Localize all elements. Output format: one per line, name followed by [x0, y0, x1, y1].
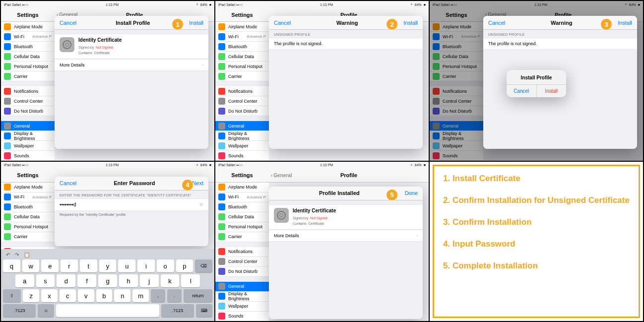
sidebar-item-do-not-disturb[interactable]: Do Not Disturb: [215, 267, 269, 277]
sidebar-item-carrier[interactable]: Carrier: [1, 232, 55, 242]
install-button[interactable]: Install: [403, 20, 418, 26]
key-p[interactable]: p: [176, 259, 193, 272]
sidebar-item-wallpaper[interactable]: Wallpaper: [215, 302, 269, 312]
key-h[interactable]: h: [119, 274, 138, 287]
key-g[interactable]: g: [98, 274, 117, 287]
key-c[interactable]: c: [60, 289, 76, 302]
sidebar-item-wi-fi[interactable]: Wi-FiAdvance P: [430, 32, 483, 42]
sidebar-item-bluetooth[interactable]: Bluetooth: [1, 42, 55, 52]
sidebar-item-carrier[interactable]: Carrier: [215, 71, 269, 81]
sidebar-item-wi-fi[interactable]: Wi-FiAdvance P: [1, 193, 55, 202]
key-s[interactable]: s: [36, 274, 55, 287]
sidebar-item-wi-fi[interactable]: Wi-FiAdvance P: [215, 193, 269, 202]
key-b[interactable]: b: [96, 289, 113, 302]
sidebar-item-personal-hotspot[interactable]: Personal Hotspot: [1, 62, 55, 71]
sidebar-item-bluetooth[interactable]: Bluetooth: [1, 202, 55, 212]
sidebar-item-control-center[interactable]: Control Center: [215, 96, 269, 106]
sidebar-item-airplane-mode[interactable]: Airplane Mode: [215, 183, 269, 193]
sidebar-item-sounds[interactable]: Sounds: [215, 312, 269, 322]
redo-icon[interactable]: ↷: [15, 252, 19, 258]
alert-cancel-button[interactable]: Cancel: [507, 85, 537, 97]
key-j[interactable]: j: [140, 274, 159, 287]
key-w[interactable]: w: [22, 259, 40, 272]
alert-install-button[interactable]: Install: [537, 85, 567, 97]
sidebar-item-wallpaper[interactable]: Wallpaper: [215, 141, 269, 151]
key-n[interactable]: n: [114, 289, 130, 302]
sidebar-item-do-not-disturb[interactable]: Do Not Disturb: [1, 106, 55, 116]
sidebar-item-airplane-mode[interactable]: Airplane Mode: [1, 183, 55, 193]
sidebar-item-general[interactable]: General: [215, 121, 269, 131]
key-q[interactable]: q: [3, 259, 20, 272]
sidebar-item-bluetooth[interactable]: Bluetooth: [430, 42, 483, 52]
sidebar-item-general[interactable]: General: [215, 282, 269, 292]
key-k[interactable]: k: [161, 274, 180, 287]
key-i[interactable]: i: [137, 259, 155, 272]
sidebar-item-display-brightness[interactable]: Display & Brightness: [215, 131, 269, 141]
clear-icon[interactable]: ⊗: [199, 202, 203, 207]
sidebar-item-airplane-mode[interactable]: Airplane Mode: [215, 22, 269, 32]
key-x[interactable]: x: [41, 289, 58, 302]
numbers-key[interactable]: .?123: [3, 304, 36, 317]
sidebar-item-notifications[interactable]: Notifications: [1, 86, 55, 96]
paste-icon[interactable]: 📋: [24, 252, 30, 258]
sidebar-item-cellular-data[interactable]: Cellular Data: [1, 212, 55, 222]
sidebar-item-display-brightness[interactable]: Display & Brightness: [1, 131, 55, 141]
sidebar-item-display-brightness[interactable]: Display & Brightness: [215, 292, 269, 302]
space-key[interactable]: [56, 304, 159, 317]
sidebar-item-personal-hotspot[interactable]: Personal Hotspot: [1, 222, 55, 232]
sidebar-item-carrier[interactable]: Carrier: [215, 232, 269, 242]
key-r[interactable]: r: [61, 259, 78, 272]
backspace-key[interactable]: ⌫: [195, 259, 212, 272]
sidebar-item-wi-fi[interactable]: Wi-FiAdvance P: [215, 32, 269, 42]
sidebar-item-notifications[interactable]: Notifications: [430, 86, 483, 96]
next-button[interactable]: Next: [192, 180, 203, 186]
sidebar-item-sounds[interactable]: Sounds: [215, 151, 269, 161]
sidebar-item-notifications[interactable]: Notifications: [215, 86, 269, 96]
sidebar-item-carrier[interactable]: Carrier: [1, 71, 55, 81]
key-u[interactable]: u: [118, 259, 135, 272]
key-o[interactable]: o: [157, 259, 174, 272]
sidebar-item-control-center[interactable]: Control Center: [430, 96, 483, 106]
undo-icon[interactable]: ↶: [6, 252, 10, 258]
sidebar-item-cellular-data[interactable]: Cellular Data: [215, 212, 269, 222]
cancel-button[interactable]: Cancel: [60, 20, 76, 26]
sidebar-item-cellular-data[interactable]: Cellular Data: [430, 52, 483, 62]
more-details-row[interactable]: More Details›: [269, 230, 423, 242]
emoji-key[interactable]: ☺: [38, 304, 54, 317]
sidebar-item-bluetooth[interactable]: Bluetooth: [215, 42, 269, 52]
sidebar-item-display-brightness[interactable]: Display & Brightness: [430, 131, 483, 141]
key-l[interactable]: l: [181, 274, 200, 287]
dismiss-keyboard-key[interactable]: ⌨: [196, 304, 212, 317]
key-y[interactable]: y: [99, 259, 117, 272]
sidebar-item-airplane-mode[interactable]: Airplane Mode: [430, 22, 483, 32]
cancel-button[interactable]: Cancel: [274, 20, 291, 26]
cancel-button[interactable]: Cancel: [60, 180, 76, 186]
onscreen-keyboard[interactable]: ↶↷📋 qwertyuiop⌫ asdfghjkl ⇧ zxcvbnm , . …: [1, 249, 214, 321]
sidebar-item-personal-hotspot[interactable]: Personal Hotspot: [215, 222, 269, 232]
sidebar-item-airplane-mode[interactable]: Airplane Mode: [1, 22, 55, 32]
key-f[interactable]: f: [77, 274, 96, 287]
sidebar-item-cellular-data[interactable]: Cellular Data: [1, 52, 55, 62]
sidebar-item-bluetooth[interactable]: Bluetooth: [215, 202, 269, 212]
sidebar-item-do-not-disturb[interactable]: Do Not Disturb: [215, 106, 269, 116]
sidebar-item-control-center[interactable]: Control Center: [215, 257, 269, 267]
numbers-key-2[interactable]: .?123: [161, 304, 194, 317]
sidebar-item-cellular-data[interactable]: Cellular Data: [215, 52, 269, 62]
comma-key[interactable]: ,: [151, 289, 165, 302]
key-d[interactable]: d: [57, 274, 75, 287]
key-a[interactable]: a: [15, 274, 34, 287]
sidebar-item-personal-hotspot[interactable]: Personal Hotspot: [215, 62, 269, 71]
key-z[interactable]: z: [23, 289, 39, 302]
key-t[interactable]: t: [80, 259, 97, 272]
return-key[interactable]: return: [184, 289, 212, 302]
done-button[interactable]: Done: [405, 190, 418, 196]
sidebar-item-wallpaper[interactable]: Wallpaper: [1, 141, 55, 151]
sidebar-item-personal-hotspot[interactable]: Personal Hotspot: [430, 62, 483, 71]
key-v[interactable]: v: [78, 289, 94, 302]
sidebar-item-do-not-disturb[interactable]: Do Not Disturb: [430, 106, 483, 116]
sidebar-item-general[interactable]: General: [430, 121, 483, 131]
shift-key[interactable]: ⇧: [3, 289, 21, 302]
back-button[interactable]: ‹ General: [271, 173, 292, 178]
password-input[interactable]: [60, 202, 199, 207]
install-button[interactable]: Install: [189, 20, 203, 26]
